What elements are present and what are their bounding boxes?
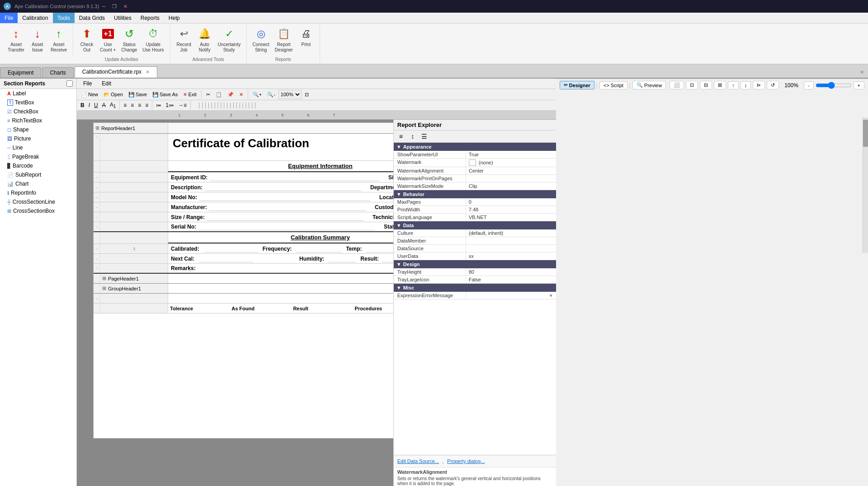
uncertainty-study-button[interactable]: ✓ UncertaintyStudy <box>216 25 243 56</box>
designer-tab-button[interactable]: ✏ Designer <box>560 81 594 89</box>
tab-equipment[interactable]: Equipment <box>0 67 41 78</box>
delete-button[interactable]: ✕ <box>237 91 245 98</box>
zoom-select[interactable]: 100% 75% 125% 150% <box>278 90 302 99</box>
list-button[interactable]: ≔ <box>154 101 163 109</box>
new-button[interactable]: 📄 New <box>79 91 100 98</box>
prop-val-culture[interactable]: (default, inherit) <box>466 229 556 237</box>
appearance-section-header[interactable]: ▼ Appearance <box>394 143 556 151</box>
prop-val-show-param[interactable]: True <box>466 151 556 158</box>
layout-btn-1[interactable]: ⬜ <box>670 81 684 89</box>
page-header-expand[interactable]: ⊞ <box>102 276 106 281</box>
align-center-button[interactable]: ≡ <box>129 101 136 109</box>
report-designer-button[interactable]: 📋 ReportDesigner <box>273 25 295 56</box>
section-item-reportinfo[interactable]: ℹ ReportInfo <box>0 188 76 197</box>
prop-val-printwidth[interactable]: 7.48 <box>466 206 556 213</box>
layout-btn-4[interactable]: ⊞ <box>714 81 726 89</box>
use-count-button[interactable]: +1 UseCount + <box>98 25 118 56</box>
report-header-expand[interactable]: ⊞ <box>95 125 99 131</box>
doc-menu-file[interactable]: File <box>80 79 94 88</box>
tab-charts[interactable]: Charts <box>42 67 73 78</box>
zoom-in-button[interactable]: 🔍+ <box>250 91 264 98</box>
layout-btn-7[interactable]: ⊳ <box>753 81 765 89</box>
zoom-in-btn[interactable]: + <box>854 81 864 89</box>
prop-val-wm-print[interactable] <box>466 175 556 182</box>
menu-file[interactable]: File <box>0 13 18 23</box>
strikethrough-button[interactable]: A <box>100 101 108 109</box>
prop-val-traylargeicon[interactable]: False <box>466 276 556 283</box>
prop-val-wm-size[interactable]: Clip <box>466 182 556 190</box>
section-item-pagebreak[interactable]: ⌶ PageBreak <box>0 152 76 161</box>
tab-calibration-cert[interactable]: CalibrationCertificate.rpx ✕ <box>75 66 158 78</box>
align-left-button[interactable]: ≡ <box>122 101 128 109</box>
check-out-button[interactable]: ⬆ CheckOut <box>77 25 97 56</box>
section-item-barcode[interactable]: ▊ Barcode <box>0 161 76 170</box>
prop-val-datamember[interactable] <box>466 237 556 244</box>
menu-reports[interactable]: Reports <box>136 13 164 23</box>
connect-string-button[interactable]: ◎ ConnectString <box>250 25 272 56</box>
subscript-button[interactable]: A1 <box>108 101 118 110</box>
restore-button[interactable]: ❐ <box>110 3 119 10</box>
copy-button[interactable]: 📋 <box>213 91 224 98</box>
menu-utilities[interactable]: Utilities <box>109 13 136 23</box>
prop-val-expr-err[interactable]: ▼ <box>466 292 556 299</box>
section-item-chart[interactable]: 📊 Chart <box>0 179 76 188</box>
menu-help[interactable]: Help <box>164 13 184 23</box>
section-item-richtextbox[interactable]: ≡ RichTextBox <box>0 116 76 125</box>
asset-receive-button[interactable]: ↑ AssetReceive <box>48 25 69 56</box>
data-section-header[interactable]: ▼ Data <box>394 221 556 229</box>
minimize-button[interactable]: ─ <box>99 3 108 10</box>
layout-btn-6[interactable]: ↕ <box>741 81 751 89</box>
ordered-list-button[interactable]: 1≔ <box>164 101 176 109</box>
align-right-button[interactable]: ≡ <box>136 101 143 109</box>
script-tab-button[interactable]: <> Script <box>599 81 627 89</box>
tab-close-icon[interactable]: ✕ <box>146 69 150 75</box>
section-item-subreport[interactable]: 📄 SubReport <box>0 170 76 179</box>
menu-calibration[interactable]: Calibration <box>18 13 52 23</box>
exit-button[interactable]: ✕ Exit <box>181 91 198 98</box>
cut-button[interactable]: ✂ <box>204 91 212 98</box>
section-item-checkbox[interactable]: ☑ CheckBox <box>0 107 76 116</box>
prop-val-watermark[interactable]: (none) <box>466 159 556 167</box>
close-button[interactable]: ✕ <box>121 3 130 10</box>
group-header-expand[interactable]: ⊞ <box>102 285 106 291</box>
asset-transfer-button[interactable]: ↕ AssetTransfer <box>5 25 27 56</box>
asset-issue-button[interactable]: ↓ AssetIssue <box>28 25 47 56</box>
edit-data-source-link[interactable]: Edit Data Source... <box>397 458 439 464</box>
section-item-shape[interactable]: ◻ Shape <box>0 125 76 134</box>
layout-btn-8[interactable]: ↺ <box>767 81 779 89</box>
design-section-header[interactable]: ▼ Design <box>394 260 556 268</box>
prop-val-scriptlang[interactable]: VB.NET <box>466 214 556 221</box>
doc-scroll-area[interactable]: ⊞ ReportHeader1 - Certificate of Calibra… <box>77 120 393 486</box>
prop-val-datasource[interactable] <box>466 245 556 252</box>
tab-close-all-icon[interactable]: ✕ <box>860 69 864 75</box>
section-item-line[interactable]: ─ Line <box>0 143 76 152</box>
menu-datagrids[interactable]: Data Grids <box>75 13 109 23</box>
prop-val-userdata[interactable]: xx <box>466 252 556 260</box>
save-button[interactable]: 💾 Save <box>126 91 149 98</box>
section-item-crosssectionbox[interactable]: ⊞ CrossSectionBox <box>0 206 76 215</box>
layout-btn-3[interactable]: ⊟ <box>700 81 712 89</box>
italic-button[interactable]: I <box>87 101 92 109</box>
section-item-picture[interactable]: 🖼 Picture <box>0 134 76 143</box>
auto-notify-button[interactable]: 🔔 AutoNotify <box>195 25 215 56</box>
align-justify-button[interactable]: ≡ <box>143 101 150 109</box>
section-item-label[interactable]: A Label <box>0 89 76 98</box>
property-dialog-link[interactable]: Property dialog... <box>447 458 485 464</box>
update-use-hours-button[interactable]: ⏱ UpdateUse Hours <box>140 25 166 56</box>
status-change-button[interactable]: ↺ StatusChange <box>119 25 139 56</box>
misc-section-header[interactable]: ▼ Misc <box>394 284 556 292</box>
indent-button[interactable]: →≡ <box>176 101 189 109</box>
doc-menu-edit[interactable]: Edit <box>99 79 114 88</box>
expr-err-dropdown-icon[interactable]: ▼ <box>549 293 553 298</box>
section-item-crosssectionline[interactable]: ┼ CrossSectionLine <box>0 197 76 206</box>
menu-tools[interactable]: Tools <box>53 13 75 23</box>
bold-button[interactable]: B <box>79 101 86 109</box>
zoom-out-btn[interactable]: - <box>804 81 814 89</box>
behavior-section-header[interactable]: ▼ Behavior <box>394 190 556 198</box>
print-button[interactable]: 🖨 Print <box>296 25 316 56</box>
preview-tab-button[interactable]: 🔍 Preview <box>632 81 666 89</box>
explorer-btn-3[interactable]: ☰ <box>419 131 430 141</box>
section-reports-checkbox[interactable] <box>66 80 73 87</box>
prop-val-trayheight[interactable]: 80 <box>466 268 556 276</box>
layout-btn-5[interactable]: ↑ <box>728 81 739 89</box>
